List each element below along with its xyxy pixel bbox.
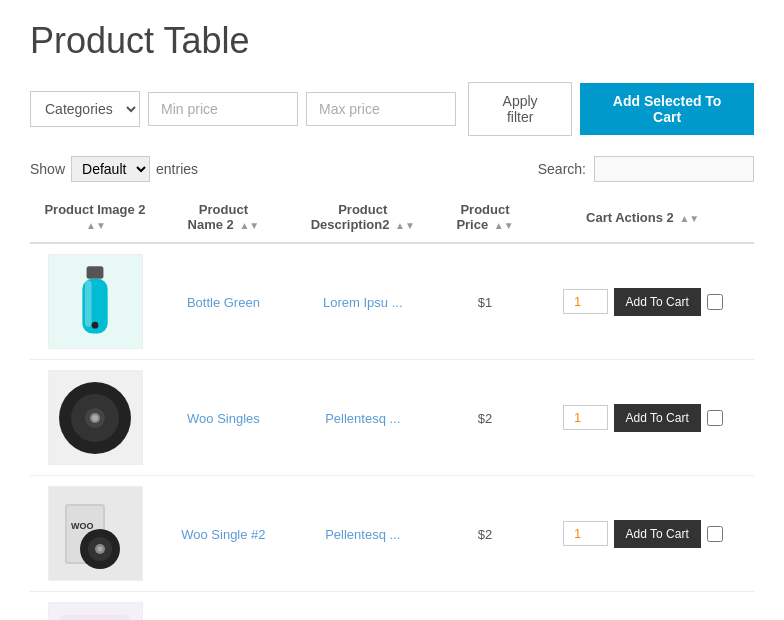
toolbar: Categories Apply filter Add Selected To … <box>30 82 754 136</box>
product-name: Woo Singles <box>187 411 260 426</box>
product-name-cell: Single <box>160 592 287 621</box>
svg-rect-2 <box>85 280 92 326</box>
col-description: ProductDescription2 ▲▼ <box>287 192 439 243</box>
search-label: Search: <box>538 161 586 177</box>
table-body: Bottle Green Lorem Ipsu ... $1 Add To Ca… <box>30 243 754 620</box>
sort-cart-icon[interactable]: ▲▼ <box>679 213 699 224</box>
product-price: $2 <box>478 527 492 542</box>
product-image-cell <box>30 360 160 476</box>
table-controls: Show Default 10 25 50 100 entries Search… <box>30 156 754 182</box>
svg-text:WOO: WOO <box>71 521 94 531</box>
svg-point-15 <box>98 546 103 551</box>
product-table: Product Image 2 ▲▼ ProductName 2 ▲▼ Prod… <box>30 192 754 620</box>
product-image: WOO singles <box>48 602 143 620</box>
search-control: Search: <box>538 156 754 182</box>
entries-select[interactable]: Default 10 25 50 100 <box>71 156 150 182</box>
product-name: Bottle Green <box>187 295 260 310</box>
product-image: WOO <box>48 486 143 581</box>
table-header: Product Image 2 ▲▼ ProductName 2 ▲▼ Prod… <box>30 192 754 243</box>
product-image <box>48 254 143 349</box>
min-price-input[interactable] <box>148 92 298 126</box>
svg-rect-0 <box>87 266 104 279</box>
woo-icon: WOO singles <box>55 610 135 621</box>
add-to-cart-button[interactable]: Add To Cart <box>614 288 701 316</box>
cart-actions-cell: Add To Cart <box>531 592 754 621</box>
product-desc-cell: Lorem ipsu ... <box>287 592 439 621</box>
row-select-checkbox[interactable] <box>707 410 723 426</box>
product-description: Pellentesq ... <box>325 527 400 542</box>
product-desc-cell: Lorem Ipsu ... <box>287 243 439 360</box>
col-cart: Cart Actions 2 ▲▼ <box>531 192 754 243</box>
product-price-cell: $2 <box>439 476 532 592</box>
col-price: ProductPrice ▲▼ <box>439 192 532 243</box>
add-to-cart-button[interactable]: Add To Cart <box>614 520 701 548</box>
product-price: $2 <box>478 411 492 426</box>
show-entries-control: Show Default 10 25 50 100 entries <box>30 156 198 182</box>
bottle-icon <box>55 262 135 342</box>
product-price-cell: $1 <box>439 243 532 360</box>
product-description: Pellentesq ... <box>325 411 400 426</box>
sort-image-icon[interactable]: ▲▼ <box>86 220 106 231</box>
product-image-cell: WOO <box>30 476 160 592</box>
product-price: $1 <box>478 295 492 310</box>
table-row: WOO Woo Single #2 Pellentesq ... $2 <box>30 476 754 592</box>
vinyl-icon <box>55 378 135 458</box>
sort-name-icon[interactable]: ▲▼ <box>239 220 259 231</box>
product-image <box>48 370 143 465</box>
table-row: Woo Singles Pellentesq ... $2 Add To Car… <box>30 360 754 476</box>
product-price-cell: $2 <box>439 592 532 621</box>
sort-desc-icon[interactable]: ▲▼ <box>395 220 415 231</box>
row-select-checkbox[interactable] <box>707 526 723 542</box>
product-name: Woo Single #2 <box>181 527 265 542</box>
max-price-input[interactable] <box>306 92 456 126</box>
add-to-cart-button[interactable]: Add To Cart <box>614 404 701 432</box>
svg-point-8 <box>92 415 98 421</box>
categories-select[interactable]: Categories <box>30 91 140 127</box>
product-name-cell: Woo Singles <box>160 360 287 476</box>
product-name-cell: Woo Single #2 <box>160 476 287 592</box>
svg-point-3 <box>92 321 99 328</box>
search-input[interactable] <box>594 156 754 182</box>
vinyl2-icon: WOO <box>55 494 135 574</box>
row-select-checkbox[interactable] <box>707 294 723 310</box>
product-image-cell: WOO singles <box>30 592 160 621</box>
sort-price-icon[interactable]: ▲▼ <box>494 220 514 231</box>
add-selected-to-cart-button[interactable]: Add Selected To Cart <box>580 83 754 135</box>
cart-actions-cell: Add To Cart <box>531 243 754 360</box>
cart-actions-cell: Add To Cart <box>531 360 754 476</box>
product-desc-cell: Pellentesq ... <box>287 360 439 476</box>
apply-filter-button[interactable]: Apply filter <box>468 82 572 136</box>
page-title: Product Table <box>30 20 754 62</box>
cart-actions-cell: Add To Cart <box>531 476 754 592</box>
product-description: Lorem Ipsu ... <box>323 295 402 310</box>
quantity-input[interactable] <box>563 521 608 546</box>
product-desc-cell: Pellentesq ... <box>287 476 439 592</box>
product-image-cell <box>30 243 160 360</box>
quantity-input[interactable] <box>563 289 608 314</box>
table-row: WOO singles Single Lorem ipsu ... $2 Add… <box>30 592 754 621</box>
table-row: Bottle Green Lorem Ipsu ... $1 Add To Ca… <box>30 243 754 360</box>
product-price-cell: $2 <box>439 360 532 476</box>
col-image: Product Image 2 ▲▼ <box>30 192 160 243</box>
col-name: ProductName 2 ▲▼ <box>160 192 287 243</box>
show-label: Show <box>30 161 65 177</box>
product-name-cell: Bottle Green <box>160 243 287 360</box>
quantity-input[interactable] <box>563 405 608 430</box>
entries-label: entries <box>156 161 198 177</box>
